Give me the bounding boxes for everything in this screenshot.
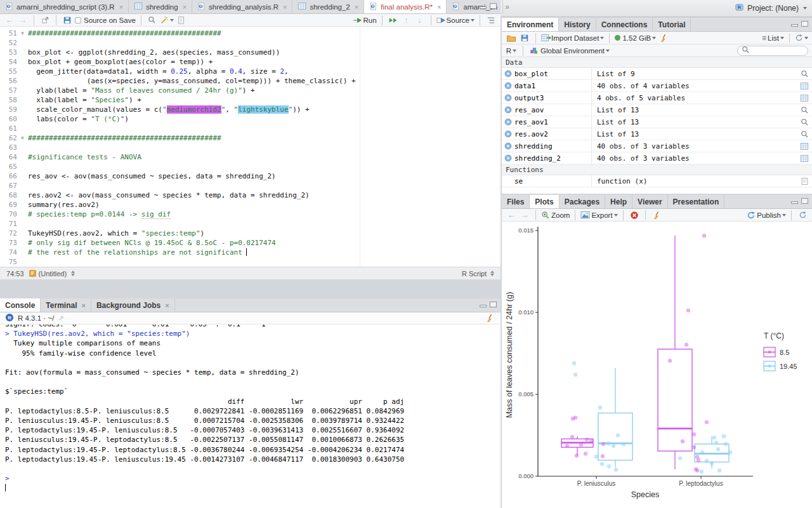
environment-selector[interactable]: Global Environment bbox=[529, 44, 610, 57]
environment-row[interactable]: res_aovList of 13 bbox=[502, 104, 812, 116]
popout-button[interactable] bbox=[39, 14, 51, 27]
environment-row[interactable]: data140 obs. of 4 variables bbox=[502, 80, 812, 92]
environment-row[interactable]: res.aov2List of 13 bbox=[502, 128, 812, 140]
tab-tutorial[interactable]: Tutorial bbox=[653, 18, 691, 31]
tab-final-analysis-r-[interactable]: Rfinal analysis.R*× bbox=[364, 0, 447, 13]
tab-close-icon[interactable]: × bbox=[81, 302, 85, 309]
tab-files[interactable]: Files bbox=[502, 195, 530, 208]
find-replace-button[interactable] bbox=[147, 14, 158, 27]
tab-console[interactable]: Console bbox=[0, 298, 41, 312]
expander-icon[interactable] bbox=[502, 70, 514, 77]
tab-close-icon[interactable]: × bbox=[355, 3, 358, 11]
tab-presentation[interactable]: Presentation bbox=[668, 195, 725, 208]
expander-icon[interactable] bbox=[502, 82, 514, 90]
tab-close-icon[interactable]: × bbox=[119, 3, 123, 11]
run-next-button[interactable]: ↓ bbox=[414, 14, 426, 27]
environment-row[interactable]: shredding40 obs. of 3 variables bbox=[502, 140, 812, 152]
list-view-button[interactable]: ≡List bbox=[762, 32, 784, 44]
maximize-icon[interactable] bbox=[490, 3, 497, 9]
tab-terminal[interactable]: Terminal× bbox=[41, 298, 91, 312]
tab-packages[interactable]: Packages bbox=[560, 195, 605, 208]
magnifier-icon[interactable] bbox=[797, 130, 812, 138]
publish-button[interactable]: Publish bbox=[747, 209, 786, 222]
fold-arrow-icon[interactable]: ▼ bbox=[17, 29, 28, 38]
clear-console-button[interactable] bbox=[484, 312, 495, 324]
language-selector[interactable]: R bbox=[506, 44, 517, 57]
code-editor[interactable]: 51▼#####################################… bbox=[0, 27, 501, 267]
back-button[interactable]: ← bbox=[4, 14, 15, 27]
console-output[interactable]: Signif. codes: 0 '***' 0.001 '**' 0.01 '… bbox=[0, 324, 501, 507]
refresh-environment-button[interactable] bbox=[795, 32, 808, 44]
environment-row[interactable]: res_aov1List of 13 bbox=[502, 116, 812, 128]
tab-environment[interactable]: Environment bbox=[502, 18, 559, 31]
tab-close-icon[interactable]: × bbox=[283, 3, 287, 11]
tab-overflow-icon[interactable]: » bbox=[503, 3, 511, 11]
tab-shredding-2[interactable]: shredding_2× bbox=[292, 0, 364, 13]
minimize-icon[interactable] bbox=[791, 24, 798, 27]
save-source-button[interactable] bbox=[62, 14, 73, 27]
table-icon[interactable] bbox=[797, 82, 812, 90]
expander-icon[interactable] bbox=[502, 106, 514, 114]
source-button[interactable]: Source bbox=[436, 14, 475, 27]
expander-icon[interactable] bbox=[502, 142, 514, 150]
project-menu[interactable]: R Project: (None) bbox=[735, 3, 807, 15]
expander-icon[interactable] bbox=[502, 154, 514, 162]
fold-arrow-icon[interactable]: ▼ bbox=[17, 133, 28, 143]
plot-export-button[interactable]: Export bbox=[580, 209, 617, 222]
clear-environment-button[interactable] bbox=[658, 32, 669, 44]
table-icon[interactable] bbox=[797, 94, 812, 102]
plot-forward-button[interactable]: → bbox=[519, 209, 530, 222]
outline-button[interactable] bbox=[485, 14, 497, 27]
memory-usage-button[interactable]: 1.52 GiB bbox=[615, 32, 656, 44]
maximize-icon[interactable] bbox=[801, 21, 808, 27]
remove-plot-button[interactable] bbox=[629, 209, 640, 222]
run-button[interactable]: Run bbox=[353, 14, 376, 27]
magnifier-icon[interactable] bbox=[797, 70, 812, 78]
source-on-save-checkbox[interactable] bbox=[75, 17, 81, 23]
tab-shredding[interactable]: shredding× bbox=[129, 0, 192, 13]
tab-close-icon[interactable]: × bbox=[183, 3, 187, 11]
code-tools-button[interactable] bbox=[160, 14, 174, 27]
load-workspace-button[interactable] bbox=[506, 32, 517, 44]
expander-icon[interactable] bbox=[502, 118, 514, 126]
forward-button[interactable]: → bbox=[17, 14, 29, 27]
import-dataset-button[interactable]: Import Dataset bbox=[541, 32, 604, 44]
refresh-plot-button[interactable] bbox=[797, 209, 808, 222]
script-icon[interactable] bbox=[797, 177, 812, 185]
environment-row[interactable]: box_plotList of 9 bbox=[502, 68, 812, 80]
plot-back-button[interactable]: ← bbox=[506, 209, 517, 222]
environment-row[interactable]: sefunction (x) bbox=[502, 175, 812, 187]
tab-amarni-shredding-script-3-r[interactable]: Ramarni_shredding_script (3).R× bbox=[0, 0, 129, 13]
maximize-icon[interactable] bbox=[490, 302, 497, 307]
compile-report-button[interactable] bbox=[176, 14, 187, 27]
tab-connections[interactable]: Connections bbox=[596, 18, 653, 31]
tab-viewer[interactable]: Viewer bbox=[632, 195, 667, 208]
run-prev-button[interactable]: ↑ bbox=[401, 14, 412, 27]
tab-plots[interactable]: Plots bbox=[530, 195, 559, 208]
tab-help[interactable]: Help bbox=[605, 195, 632, 208]
magnifier-icon[interactable] bbox=[797, 118, 812, 126]
environment-row[interactable]: shredding_240 obs. of 3 variables bbox=[502, 152, 812, 164]
expander-icon[interactable] bbox=[502, 94, 514, 102]
table-icon[interactable] bbox=[797, 142, 812, 150]
tab-shredding-analysis-r[interactable]: Rshredding_analysis.R× bbox=[192, 0, 292, 13]
tab-background-jobs[interactable]: Background Jobs× bbox=[91, 298, 175, 312]
section-selector[interactable]: # (Untitled) bbox=[29, 270, 75, 277]
filetype-selector[interactable]: R Script bbox=[462, 270, 494, 277]
console-popout-icon[interactable]: ↗ bbox=[58, 315, 63, 322]
tab-close-icon[interactable]: × bbox=[437, 3, 441, 11]
expander-icon[interactable] bbox=[502, 130, 514, 138]
magnifier-icon[interactable] bbox=[797, 106, 812, 114]
source-on-save-toggle[interactable]: Source on Save bbox=[75, 17, 136, 24]
maximize-icon[interactable] bbox=[801, 198, 808, 204]
minimize-icon[interactable] bbox=[791, 201, 798, 204]
table-icon[interactable] bbox=[797, 154, 812, 163]
plot-zoom-button[interactable]: Zoom bbox=[541, 209, 570, 222]
environment-row[interactable]: output34 obs. of 5 variables bbox=[502, 92, 812, 104]
environment-search-input[interactable] bbox=[752, 47, 806, 55]
tab-close-icon[interactable]: × bbox=[165, 302, 169, 309]
clear-plots-button[interactable] bbox=[651, 209, 662, 222]
minimize-icon[interactable] bbox=[480, 6, 487, 9]
tab-history[interactable]: History bbox=[559, 18, 596, 31]
environment-search-box[interactable] bbox=[737, 46, 808, 56]
